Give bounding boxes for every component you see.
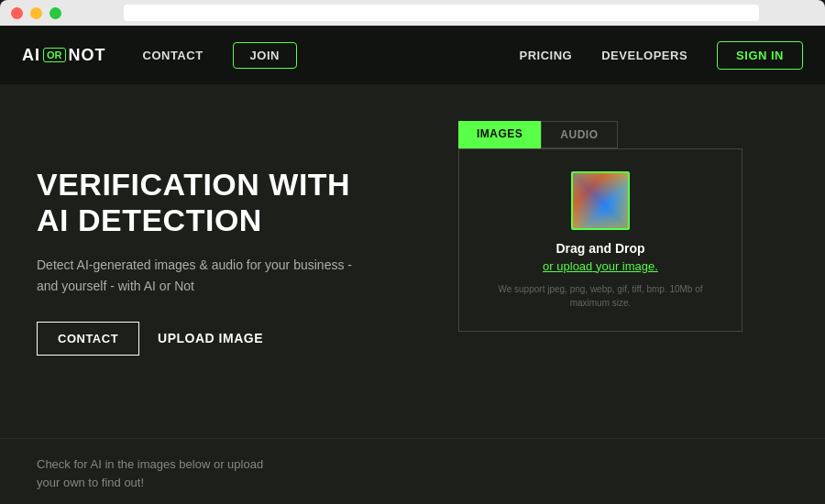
upload-image-button[interactable]: UPLOAD IMAGE [158,331,263,345]
logo-or: OR [43,48,66,62]
image-preview-thumbnail [571,171,630,230]
drag-drop-label: Drag and Drop [556,241,644,256]
hero-title: VERIFICATION WITH AI DETECTION [37,167,422,238]
upload-sub-text: or upload your image. [543,259,658,273]
fullscreen-button[interactable] [50,7,61,19]
upload-link[interactable]: upload [556,259,592,273]
tab-images[interactable]: IMAGES [458,121,541,148]
hero-left: VERIFICATION WITH AI DETECTION Detect AI… [37,167,422,356]
nav-right: PRICING DEVELOPERS SIGN IN [520,41,803,70]
nav-links: CONTACT JOIN [143,42,520,69]
contact-button[interactable]: CONTACT [37,322,139,356]
tab-audio[interactable]: AUDIO [541,121,617,148]
hero-section: VERIFICATION WITH AI DETECTION Detect AI… [0,84,825,438]
upload-panel: IMAGES AUDIO Drag and Drop or upload you… [458,121,752,332]
bottom-text: Check for AI in the images below or uplo… [37,455,788,491]
hero-buttons: CONTACT UPLOAD IMAGE [37,322,422,356]
close-button[interactable] [11,7,23,19]
logo-not: NOT [69,46,106,65]
support-text: We support jpeg, png, webp, gif, tiff, b… [478,282,723,310]
logo-ai: AI [22,46,40,65]
media-tabs: IMAGES AUDIO [458,121,752,148]
address-bar[interactable] [124,5,759,21]
nav-contact[interactable]: CONTACT [143,49,204,62]
window-chrome [0,0,825,26]
signin-button[interactable]: SIGN IN [717,41,803,70]
drop-zone[interactable]: Drag and Drop or upload your image. We s… [458,148,742,332]
nav-join[interactable]: JOIN [233,42,297,69]
bottom-section: Check for AI in the images below or uplo… [0,438,825,504]
minimize-button[interactable] [30,7,42,19]
nav-developers[interactable]: DEVELOPERS [601,49,688,62]
logo: AI OR NOT [22,46,106,65]
nav-pricing[interactable]: PRICING [520,49,573,62]
hero-description: Detect AI-generated images & audio for y… [37,255,367,296]
app-container: AI OR NOT CONTACT JOIN PRICING DEVELOPER… [0,26,825,504]
navbar: AI OR NOT CONTACT JOIN PRICING DEVELOPER… [0,26,825,84]
